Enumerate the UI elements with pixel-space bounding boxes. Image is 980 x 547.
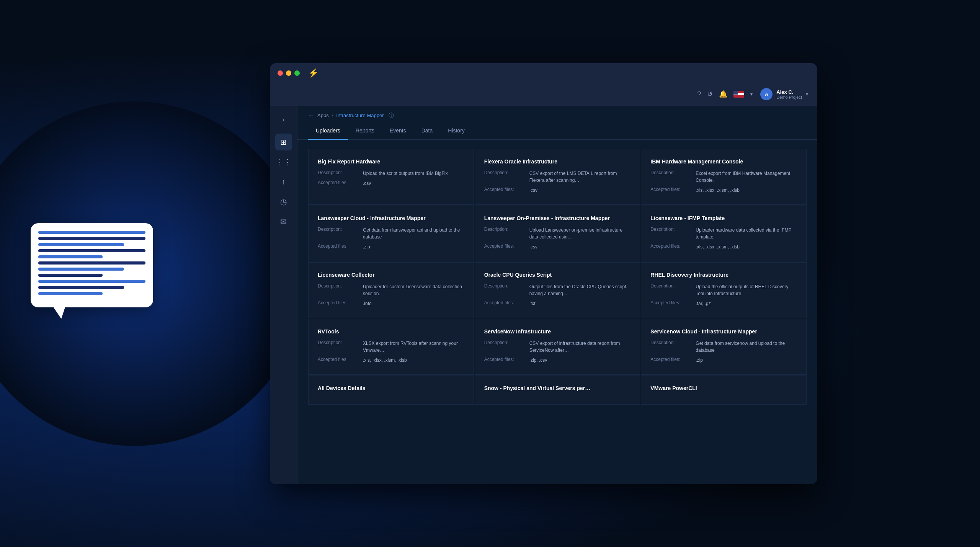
uploaders-grid: Big Fix Report Hardware Description: Upl… bbox=[308, 149, 807, 405]
app-logo: ⚡ bbox=[308, 68, 318, 78]
tab-reports[interactable]: Reports bbox=[348, 122, 382, 140]
main-container: › ⊞ ⋮⋮ ↑ ◷ ✉ ← Apps / bbox=[270, 106, 817, 484]
description-field: Description: CSV export of infrastructur… bbox=[484, 340, 631, 354]
description-value: CSV export of infrastructure data report… bbox=[529, 340, 631, 354]
sidebar-item-messages[interactable]: ✉ bbox=[275, 213, 292, 230]
description-label: Description: bbox=[484, 170, 526, 175]
accepted-files-value: .zip, .csv bbox=[529, 357, 547, 364]
accepted-files-field: Accepted files: .xls, .xlsx, .xlsm, .xls… bbox=[650, 187, 797, 194]
info-icon[interactable]: ⓘ bbox=[389, 112, 394, 119]
sidebar-item-history[interactable]: ◷ bbox=[275, 193, 292, 210]
uploader-card[interactable]: ServiceNow Infrastructure Description: C… bbox=[475, 319, 640, 375]
uploader-card[interactable]: Big Fix Report Hardware Description: Upl… bbox=[308, 149, 474, 205]
breadcrumb-separator: / bbox=[332, 113, 333, 118]
traffic-light-green[interactable] bbox=[294, 70, 300, 76]
accepted-files-field: Accepted files: .csv bbox=[318, 180, 464, 187]
accepted-files-value: .xls, .xlsx, .xlsm, .xlsb bbox=[696, 187, 740, 194]
breadcrumb-apps[interactable]: Apps bbox=[317, 113, 329, 118]
content-grid: Big Fix Report Hardware Description: Upl… bbox=[297, 140, 817, 484]
avatar: A bbox=[760, 88, 773, 100]
description-label: Description: bbox=[318, 170, 360, 175]
sidebar-toggle[interactable]: › bbox=[276, 112, 291, 127]
accepted-files-field: Accepted files: .xls, .xlsx, .xlsm, .xls… bbox=[650, 243, 797, 250]
uploader-title: IBM Hardware Management Console bbox=[650, 158, 797, 165]
uploader-card[interactable]: Licenseware - IFMP Template Description:… bbox=[641, 206, 807, 261]
uploader-card[interactable]: Lansweeper Cloud - Infrastructure Mapper… bbox=[308, 206, 474, 261]
user-dropdown-icon[interactable]: ▾ bbox=[806, 91, 808, 97]
uploader-card[interactable]: Flexera Oracle Infrastructure Descriptio… bbox=[475, 149, 640, 205]
top-header: ? ↺ 🔔 ▾ A Alex C. Demo Project ▾ bbox=[270, 83, 817, 106]
uploader-title: Lansweeper Cloud - Infrastructure Mapper bbox=[318, 215, 464, 221]
description-field: Description: Get data from lansweeper ap… bbox=[318, 227, 464, 240]
tab-data[interactable]: Data bbox=[414, 122, 441, 140]
accepted-files-label: Accepted files: bbox=[650, 300, 693, 305]
description-label: Description: bbox=[318, 227, 360, 232]
notification-icon[interactable]: 🔔 bbox=[719, 90, 727, 98]
uploader-card[interactable]: VMware PowerCLI bbox=[641, 376, 807, 405]
description-label: Description: bbox=[650, 170, 693, 175]
uploader-card[interactable]: Lansweeper On-Premises - Infrastructure … bbox=[475, 206, 640, 261]
breadcrumb-current-page: Infrastructure Mapper bbox=[336, 113, 384, 118]
uploader-card[interactable]: RVTools Description: XLSX export from RV… bbox=[308, 319, 474, 375]
description-value: XLSX export from RVTools after scanning … bbox=[363, 340, 464, 354]
description-value: CSV export of the LMS DETAIL report from… bbox=[529, 170, 631, 184]
accepted-files-label: Accepted files: bbox=[318, 243, 360, 249]
accepted-files-label: Accepted files: bbox=[318, 357, 360, 362]
accepted-files-value: .xls, .xlsx, .xlsm, .xlsb bbox=[363, 357, 407, 364]
bubble-line-4 bbox=[38, 249, 145, 252]
description-field: Description: Uploader hardware data coll… bbox=[650, 227, 797, 240]
uploader-title: RVTools bbox=[318, 328, 464, 335]
traffic-light-red[interactable] bbox=[278, 70, 283, 76]
uploader-card[interactable]: Oracle CPU Queries Script Description: O… bbox=[475, 262, 640, 318]
sidebar-item-apps[interactable]: ⋮⋮ bbox=[275, 153, 292, 170]
accepted-files-label: Accepted files: bbox=[650, 243, 693, 249]
accepted-files-field: Accepted files: .zip, .csv bbox=[484, 357, 631, 364]
refresh-icon[interactable]: ↺ bbox=[707, 90, 713, 98]
breadcrumb-back-button[interactable]: ← bbox=[308, 112, 314, 119]
uploader-title: Lansweeper On-Premises - Infrastructure … bbox=[484, 215, 631, 221]
upload-icon: ↑ bbox=[282, 177, 286, 186]
page-content: ← Apps / Infrastructure Mapper ⓘ Uploade… bbox=[297, 106, 817, 484]
title-bar: ⚡ bbox=[270, 63, 817, 83]
description-label: Description: bbox=[484, 340, 526, 345]
description-label: Description: bbox=[318, 283, 360, 289]
uploader-title: RHEL Discovery Infrastructure bbox=[650, 272, 797, 278]
uploader-title: Flexera Oracle Infrastructure bbox=[484, 158, 631, 165]
flag-dropdown-icon[interactable]: ▾ bbox=[750, 91, 753, 97]
uploader-card[interactable]: IBM Hardware Management Console Descript… bbox=[641, 149, 807, 205]
description-label: Description: bbox=[484, 283, 526, 289]
tab-uploaders[interactable]: Uploaders bbox=[308, 122, 348, 140]
accepted-files-value: .tar, .gz bbox=[696, 300, 710, 307]
user-name: Alex C. bbox=[776, 89, 802, 95]
uploader-card[interactable]: Licenseware Collector Description: Uploa… bbox=[308, 262, 474, 318]
description-value: Uploader for custom Licenseware data col… bbox=[363, 283, 464, 297]
user-info: Alex C. Demo Project bbox=[776, 89, 802, 100]
uploader-card[interactable]: RHEL Discovery Infrastructure Descriptio… bbox=[641, 262, 807, 318]
traffic-light-yellow[interactable] bbox=[286, 70, 291, 76]
user-section[interactable]: A Alex C. Demo Project ▾ bbox=[760, 88, 808, 100]
sidebar-item-dashboard[interactable]: ⊞ bbox=[275, 134, 292, 150]
bubble-line-3 bbox=[38, 243, 124, 246]
accepted-files-field: Accepted files: .txt bbox=[484, 300, 631, 307]
description-value: Upload the official outputs of RHEL Disc… bbox=[696, 283, 797, 297]
app-window: ⚡ ? ↺ 🔔 ▾ A Alex C. Demo Project ▾ › ⊞ bbox=[270, 63, 817, 484]
sidebar-item-upload[interactable]: ↑ bbox=[275, 173, 292, 190]
tab-events[interactable]: Events bbox=[382, 122, 414, 140]
language-flag[interactable] bbox=[733, 91, 744, 98]
envelope-icon: ✉ bbox=[280, 217, 287, 226]
accepted-files-value: .zip bbox=[696, 357, 703, 364]
uploader-card[interactable]: All Devices Details bbox=[308, 376, 474, 405]
clock-icon: ◷ bbox=[280, 197, 287, 206]
header-icons: ? ↺ 🔔 ▾ bbox=[697, 90, 753, 98]
tab-history[interactable]: History bbox=[440, 122, 472, 140]
uploader-card[interactable]: Snow - Physical and Virtual Servers per… bbox=[475, 376, 640, 405]
accepted-files-field: Accepted files: .zip bbox=[650, 357, 797, 364]
description-label: Description: bbox=[650, 283, 693, 289]
description-field: Description: Excel export from IBM Hardw… bbox=[650, 170, 797, 184]
uploader-card[interactable]: Servicenow Cloud - Infrastructure Mapper… bbox=[641, 319, 807, 375]
help-icon[interactable]: ? bbox=[697, 90, 701, 98]
description-value: Uploader hardware data collected via the… bbox=[696, 227, 797, 240]
accepted-files-field: Accepted files: .csv bbox=[484, 243, 631, 250]
accepted-files-value: .info bbox=[363, 300, 372, 307]
accepted-files-label: Accepted files: bbox=[650, 357, 693, 362]
